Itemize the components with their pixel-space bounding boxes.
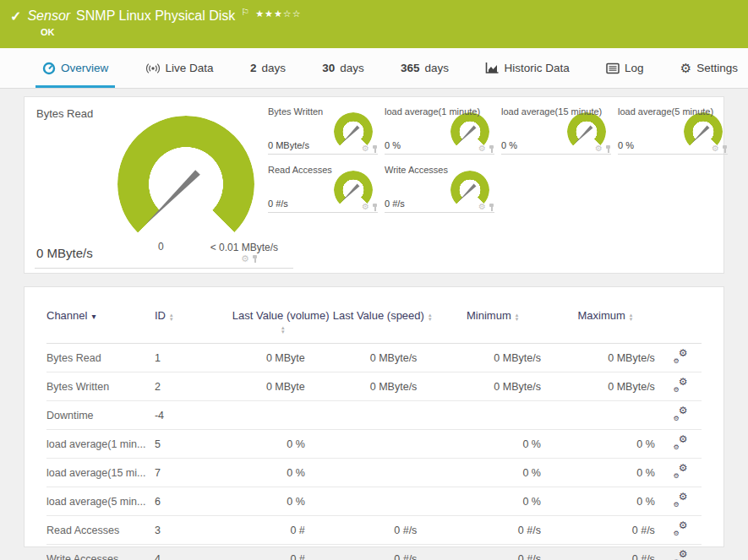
tab-30-days[interactable]: 30 days: [319, 48, 368, 88]
channel-id: 3: [155, 516, 232, 545]
tab-bar: Overview Live Data 2 days 30 days 365 da…: [0, 48, 748, 89]
small-gauge-value: 0 MByte/s: [268, 140, 309, 150]
channel-settings-icon[interactable]: ⚙⚙: [673, 465, 687, 478]
priority-stars[interactable]: ★★★☆☆: [255, 8, 301, 19]
sort-icon: ▴▾: [516, 313, 519, 321]
channel-name[interactable]: Downtime: [46, 401, 155, 430]
pin-icon[interactable]: [489, 145, 494, 153]
channel-settings-icon[interactable]: ⚙⚙: [673, 552, 687, 560]
main-gauge-actions: ⚙: [241, 254, 258, 263]
tab-settings[interactable]: ⚙ Settings: [677, 48, 741, 88]
column-header-last-speed[interactable]: Last Value (speed)▴▾: [330, 299, 434, 344]
last-value-speed: 0 MByte/s: [330, 344, 434, 372]
main-gauge: [117, 116, 254, 253]
gear-icon[interactable]: ⚙: [478, 203, 486, 211]
gear-icon[interactable]: ⚙: [712, 144, 719, 153]
gear-icon[interactable]: ⚙: [478, 144, 486, 153]
channel-settings-icon[interactable]: ⚙⚙: [673, 351, 687, 363]
channel-name[interactable]: Bytes Written: [46, 372, 155, 401]
flag-icon[interactable]: ⚐: [241, 7, 249, 18]
channel-name[interactable]: Write Accesses: [46, 545, 155, 560]
object-kind-label: Sensor: [27, 8, 70, 24]
tab-number: 30: [322, 62, 335, 74]
small-gauge-value: 0 #/s: [385, 198, 405, 209]
column-header-channel[interactable]: Channel▾: [46, 299, 155, 344]
pin-icon[interactable]: [372, 145, 378, 153]
small-gauge-load-15min: load average(15 minute) 0 % ⚙: [501, 104, 611, 155]
channel-settings-icon[interactable]: ⚙⚙: [673, 494, 687, 507]
sort-desc-icon: ▾: [91, 312, 96, 321]
pin-icon[interactable]: [605, 145, 611, 153]
column-header-minimum[interactable]: Minimum▴▾: [434, 299, 551, 344]
pin-icon[interactable]: [252, 255, 258, 263]
last-value-speed: [330, 459, 434, 487]
gear-icon[interactable]: ⚙: [362, 144, 369, 153]
channel-settings-icon[interactable]: ⚙⚙: [673, 408, 687, 421]
table-row: load average(5 min... 6 0 % 0 % 0 % ⚙⚙: [46, 487, 702, 516]
channel-id: 2: [155, 372, 232, 401]
small-gauge-value: 0 %: [385, 140, 401, 150]
last-value-speed: [330, 487, 434, 516]
minimum-value: 0 %: [434, 459, 551, 487]
small-gauge-label: load average(5 minute): [618, 106, 713, 117]
channel-settings-icon[interactable]: ⚙⚙: [673, 523, 687, 536]
pin-icon[interactable]: [489, 204, 494, 211]
sort-icon: ▴▾: [281, 325, 285, 334]
channel-name[interactable]: load average(5 min...: [46, 487, 155, 516]
gauge-icon: [42, 62, 56, 75]
area-chart-icon: [485, 62, 499, 74]
tab-historic-data[interactable]: Historic Data: [482, 48, 572, 88]
maximum-value: 0 #/s: [551, 516, 659, 545]
channel-name[interactable]: Read Accesses: [46, 516, 155, 545]
small-gauge-actions: ⚙: [478, 144, 494, 153]
channel-name[interactable]: Bytes Read: [46, 344, 155, 372]
main-gauge-scale-max: < 0.01 MByte/s: [194, 242, 278, 253]
column-header-id[interactable]: ID▴▾: [155, 299, 232, 344]
column-header-last-volume[interactable]: Last Value (volume)▴▾: [232, 299, 330, 344]
tab-label: days: [425, 62, 450, 74]
broadcast-icon: [145, 63, 161, 74]
main-gauge-value: 0 MByte/s: [36, 246, 93, 260]
maximum-value: 0 MByte/s: [551, 344, 659, 372]
pin-icon[interactable]: [722, 145, 728, 153]
last-value-volume: 0 MByte: [232, 372, 330, 401]
tab-label: Settings: [696, 62, 738, 74]
channel-name[interactable]: load average(1 min...: [46, 430, 155, 459]
gauges-panel: Bytes Read 0 < 0.01 MByte/s 0 MByte/s ⚙ …: [24, 96, 724, 274]
tab-label: Live Data: [166, 62, 214, 74]
small-gauge-label: Bytes Written: [268, 106, 323, 117]
stars-filled: ★★★: [255, 8, 283, 19]
tab-365-days[interactable]: 365 days: [397, 48, 452, 88]
tab-2-days[interactable]: 2 days: [247, 48, 289, 88]
column-header-maximum[interactable]: Maximum▴▾: [551, 299, 659, 344]
small-gauge-write-accesses: Write Accesses 0 #/s ⚙: [385, 162, 494, 213]
tab-number: 2: [250, 62, 257, 74]
channels-table: Channel▾ ID▴▾ Last Value (volume)▴▾ Last…: [46, 299, 702, 560]
minimum-value: 0 #/s: [434, 545, 551, 560]
small-gauge-actions: ⚙: [362, 203, 378, 211]
small-gauge-actions: ⚙: [712, 144, 728, 153]
tab-live-data[interactable]: Live Data: [142, 48, 217, 88]
gear-icon[interactable]: ⚙: [595, 144, 603, 153]
last-value-speed: 0 #/s: [330, 545, 434, 560]
small-gauge-label: Write Accesses: [385, 165, 448, 175]
channel-settings-icon[interactable]: ⚙⚙: [673, 379, 687, 392]
status-check-icon: ✓: [10, 8, 21, 24]
channel-settings-icon[interactable]: ⚙⚙: [673, 437, 687, 449]
minimum-value: [434, 401, 551, 430]
channel-id: 5: [155, 430, 232, 459]
tab-overview[interactable]: Overview: [39, 48, 112, 88]
pin-icon[interactable]: [372, 204, 378, 211]
gear-icon[interactable]: ⚙: [362, 203, 369, 211]
channel-name[interactable]: load average(15 mi...: [46, 459, 155, 487]
tab-label: Overview: [61, 62, 108, 74]
tab-label: days: [340, 62, 364, 74]
small-gauge-read-accesses: Read Accesses 0 #/s ⚙: [268, 162, 378, 213]
sensor-title: SNMP Linux Physical Disk: [76, 8, 235, 24]
gear-icon[interactable]: ⚙: [241, 254, 249, 263]
channels-panel: Channel▾ ID▴▾ Last Value (volume)▴▾ Last…: [24, 286, 724, 547]
channel-id: -4: [155, 401, 232, 430]
tab-log[interactable]: Log: [603, 48, 647, 88]
channel-id: 4: [155, 545, 232, 560]
sensor-header: ✓ Sensor SNMP Linux Physical Disk ⚐ ★★★☆…: [0, 0, 748, 48]
